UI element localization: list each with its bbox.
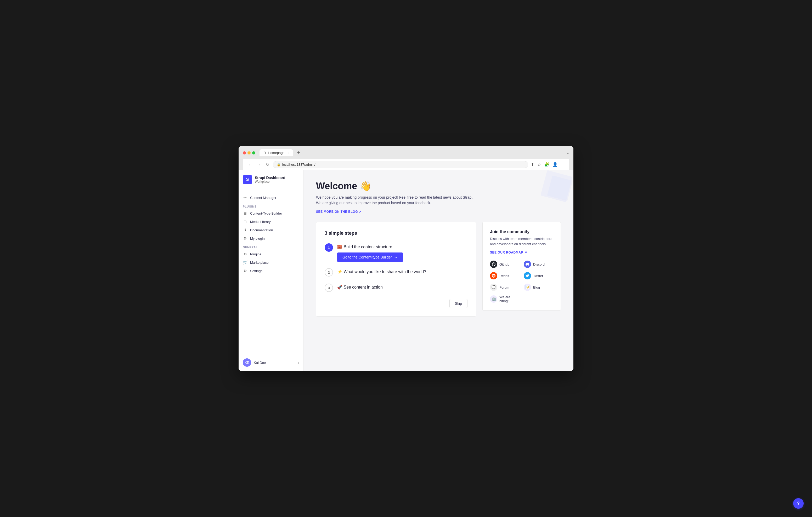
hiring-label: We are hiring! bbox=[499, 295, 520, 303]
brand-logo: S bbox=[243, 175, 252, 184]
forum-icon: 💬 bbox=[490, 283, 497, 291]
step-3-content: 🚀 See content in action bbox=[337, 283, 467, 293]
community-link-hiring[interactable]: 🏢 We are hiring! bbox=[490, 295, 520, 303]
github-label: Github bbox=[499, 263, 509, 266]
traffic-lights bbox=[243, 151, 255, 154]
sidebar-item-marketplace[interactable]: 🛒 Marketplace bbox=[239, 258, 303, 267]
community-link-forum[interactable]: 💬 Forum bbox=[490, 283, 520, 291]
welcome-title: Welcome 👋 bbox=[316, 181, 561, 191]
brand-name: Strapi Dashboard bbox=[255, 176, 285, 180]
step-1-label: 🧱 Build the content structure bbox=[337, 244, 467, 249]
my-plugin-icon: ⚙ bbox=[243, 236, 248, 240]
brand-subtitle: Workplace bbox=[255, 180, 285, 183]
tab-close-icon[interactable]: × bbox=[288, 151, 289, 154]
blog-link[interactable]: SEE MORE ON THE BLOG ↗ bbox=[316, 210, 561, 214]
minimize-traffic-light[interactable] bbox=[248, 151, 251, 154]
help-button[interactable]: ? bbox=[793, 498, 804, 509]
plugins-section-label: PLUGINS bbox=[239, 202, 303, 209]
skip-button[interactable]: Skip bbox=[450, 299, 467, 308]
welcome-subtitle: We hope you are making progress on your … bbox=[316, 195, 494, 206]
main-content: Welcome 👋 We hope you are making progres… bbox=[303, 170, 573, 371]
collapse-sidebar-button[interactable]: ‹ bbox=[298, 360, 299, 365]
forum-label: Forum bbox=[499, 285, 509, 290]
reddit-icon bbox=[490, 272, 497, 279]
community-card: Join the community Discuss with team mem… bbox=[483, 222, 561, 310]
documentation-label: Documentation bbox=[250, 228, 273, 232]
close-traffic-light[interactable] bbox=[243, 151, 246, 154]
user-name: Kai Doe bbox=[254, 361, 295, 365]
refresh-button[interactable]: ↻ bbox=[265, 161, 270, 168]
welcome-emoji: 👋 bbox=[360, 181, 372, 191]
bookmark-icon[interactable]: ☆ bbox=[537, 162, 541, 167]
blog-label: Blog bbox=[533, 285, 540, 290]
content-type-builder-cta-button[interactable]: Go to the Content-type Builder → bbox=[337, 252, 403, 262]
lock-icon: 🔒 bbox=[277, 163, 281, 166]
forward-button[interactable]: → bbox=[256, 161, 262, 168]
sidebar-item-content-type-builder[interactable]: ⊞ Content-Type Builder bbox=[239, 209, 303, 217]
sidebar-item-media-library[interactable]: ⊟ Media Library bbox=[239, 217, 303, 226]
maximize-traffic-light[interactable] bbox=[252, 151, 255, 154]
toolbar-icons-group: ⬆ ☆ 🧩 👤 ⋮ bbox=[531, 162, 565, 167]
step-3-label: 🚀 See content in action bbox=[337, 285, 467, 290]
sidebar-item-plugins[interactable]: ⚙ Plugins bbox=[239, 250, 303, 258]
bg-decoration bbox=[526, 170, 573, 209]
plugins-icon: ⚙ bbox=[243, 252, 248, 256]
new-tab-button[interactable]: + bbox=[295, 150, 302, 155]
brand-initial: S bbox=[246, 177, 249, 182]
cta-button-label: Go to the Content-type Builder bbox=[342, 255, 392, 259]
share-icon[interactable]: ⬆ bbox=[531, 162, 534, 167]
sidebar-item-my-plugin[interactable]: ⚙ My plugin bbox=[239, 234, 303, 243]
community-link-reddit[interactable]: Reddit bbox=[490, 272, 520, 279]
sidebar-item-settings[interactable]: ⚙ Settings bbox=[239, 267, 303, 275]
documentation-icon: ℹ bbox=[243, 228, 248, 232]
settings-label: Settings bbox=[250, 269, 262, 273]
step-3: 3 🚀 See content in action bbox=[325, 283, 467, 293]
extensions-icon[interactable]: 🧩 bbox=[544, 162, 549, 167]
sidebar-nav: ✏ Content Manager PLUGINS ⊞ Content-Type… bbox=[239, 189, 303, 354]
general-section-label: GENERAL bbox=[239, 243, 303, 250]
marketplace-label: Marketplace bbox=[250, 261, 269, 265]
address-bar[interactable]: 🔒 localhost:1337/admin/ bbox=[273, 161, 528, 168]
profile-icon[interactable]: 👤 bbox=[552, 162, 558, 167]
community-description: Discuss with team members, contributors … bbox=[490, 236, 553, 246]
back-button[interactable]: ← bbox=[247, 161, 253, 168]
community-link-discord[interactable]: Discord bbox=[524, 261, 553, 268]
sidebar-brand: S Strapi Dashboard Workplace bbox=[239, 170, 303, 189]
menu-icon[interactable]: ⋮ bbox=[561, 162, 565, 167]
blog-icon: 📝 bbox=[524, 283, 531, 291]
sidebar-item-content-manager[interactable]: ✏ Content Manager bbox=[239, 193, 303, 202]
sidebar: S Strapi Dashboard Workplace ✏ Content M… bbox=[239, 170, 303, 371]
sidebar-footer: KD Kai Doe ‹ bbox=[239, 354, 303, 371]
step-1: 1 🧱 Build the content structure Go to th… bbox=[325, 243, 467, 262]
hiring-icon: 🏢 bbox=[490, 295, 497, 303]
community-link-blog[interactable]: 📝 Blog bbox=[524, 283, 553, 291]
external-link-icon: ↗ bbox=[359, 210, 362, 214]
tab-title: Homepage bbox=[268, 151, 285, 155]
steps-card: 3 simple steps 1 🧱 Build the content str… bbox=[316, 222, 476, 316]
content-grid: 3 simple steps 1 🧱 Build the content str… bbox=[316, 222, 561, 316]
skip-section: Skip bbox=[325, 299, 467, 308]
community-link-github[interactable]: Github bbox=[490, 261, 520, 268]
step-1-connector bbox=[329, 253, 329, 268]
my-plugin-label: My plugin bbox=[250, 237, 265, 240]
roadmap-external-icon: ↗ bbox=[524, 251, 527, 254]
blog-link-text: SEE MORE ON THE BLOG bbox=[316, 210, 358, 214]
twitter-icon bbox=[524, 272, 531, 279]
roadmap-link[interactable]: SEE OUR ROADMAP ↗ bbox=[490, 251, 553, 254]
step-2-content: ⚡ What would you like to share with the … bbox=[337, 268, 467, 277]
tab-favicon-icon: 🗒 bbox=[263, 151, 266, 155]
discord-label: Discord bbox=[533, 263, 545, 266]
sidebar-item-documentation[interactable]: ℹ Documentation bbox=[239, 226, 303, 234]
media-library-icon: ⊟ bbox=[243, 219, 248, 224]
step-2-number: 2 bbox=[325, 268, 333, 277]
content-type-builder-icon: ⊞ bbox=[243, 211, 248, 215]
step-3-number: 3 bbox=[325, 283, 333, 292]
community-link-twitter[interactable]: Twitter bbox=[524, 272, 553, 279]
steps-title: 3 simple steps bbox=[325, 231, 467, 236]
media-library-label: Media Library bbox=[250, 220, 271, 224]
twitter-label: Twitter bbox=[533, 274, 543, 278]
content-type-builder-label: Content-Type Builder bbox=[250, 211, 282, 215]
step-1-number: 1 bbox=[325, 243, 333, 252]
active-tab[interactable]: 🗒 Homepage × bbox=[260, 149, 293, 156]
tabs-chevron-icon: ⌄ bbox=[567, 151, 569, 155]
